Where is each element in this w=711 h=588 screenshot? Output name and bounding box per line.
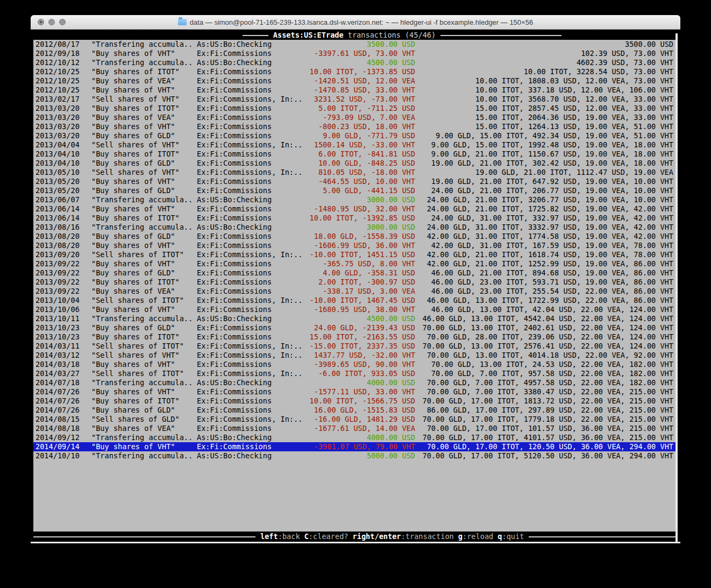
txn-description: "Buy shares of GLD" — [91, 131, 175, 140]
txn-description: "Buy shares of VEA" — [91, 76, 175, 86]
transaction-row[interactable]: 2014/07/26"Buy shares of VHT"Ex:Fi:Commi… — [33, 387, 676, 396]
transaction-row[interactable]: 2013/06/14"Buy shares of VHT"Ex:Fi:Commi… — [33, 204, 676, 214]
txn-balance: 15.00 ITOT, 2857.45 USD, 12.00 VEA, 33.0… — [421, 104, 673, 113]
help-item-g: g:reload — [458, 532, 493, 542]
transaction-row[interactable]: 2012/10/25"Buy shares of ITOT"Ex:Fi:Comm… — [33, 67, 676, 76]
txn-description: "Buy shares of VEA" — [91, 113, 175, 122]
transaction-row[interactable]: 2013/03/20"Buy shares of VHT"Ex:Fi:Commi… — [33, 122, 676, 131]
txn-balance: 70.00 GLD, 28.00 ITOT, 239.06 USD, 22.00… — [421, 332, 673, 342]
transaction-row[interactable]: 2013/03/20"Buy shares of GLD"Ex:Fi:Commi… — [33, 131, 676, 140]
transaction-row[interactable]: 2013/10/06"Buy shares of VHT"Ex:Fi:Commi… — [33, 305, 676, 314]
transaction-row[interactable]: 2013/04/04"Sell shares of VHT"Ex:Fi:Comm… — [33, 140, 676, 150]
txn-description: "Buy shares of VHT" — [91, 177, 175, 186]
transaction-row-selected[interactable]: 2014/09/14"Buy shares of VHT"Ex:Fi:Commi… — [33, 442, 676, 451]
txn-description: "Buy shares of GLD" — [91, 406, 175, 415]
transaction-row[interactable]: 2012/09/18"Buy shares of VHT"Ex:Fi:Commi… — [33, 49, 676, 58]
transaction-row[interactable]: 2013/09/22"Buy shares of VEA"Ex:Fi:Commi… — [33, 287, 676, 296]
txn-other-accounts: Ex:Fi:Commissions — [197, 214, 272, 223]
transaction-row[interactable]: 2013/06/07"Transfering accumula..As:US:B… — [33, 195, 676, 204]
txn-balance: 70.00 GLD, 17.00 ITOT, 5120.50 USD, 36.0… — [421, 451, 673, 461]
txn-date: 2014/03/12 — [35, 351, 80, 360]
help-item-left: left:back — [260, 532, 300, 542]
txn-balance: 70.00 GLD, 7.00 ITOT, 957.58 USD, 22.00 … — [421, 369, 673, 378]
txn-description: "Buy shares of VHT" — [91, 49, 175, 58]
transaction-row[interactable]: 2014/09/12"Transfering accumula..As:US:B… — [33, 433, 676, 442]
transaction-row[interactable]: 2013/09/20"Sell shares of ITOT"Ex:Fi:Com… — [33, 250, 676, 259]
transaction-row[interactable]: 2013/02/17"Sell shares of VHT"Ex:Fi:Comm… — [33, 95, 676, 104]
help-desc: :cleared? — [309, 532, 349, 541]
transaction-row[interactable]: 2014/03/18"Buy shares of VHT"Ex:Fi:Commi… — [33, 360, 676, 369]
transaction-row[interactable]: 2013/10/23"Buy shares of GLD"Ex:Fi:Commi… — [33, 323, 676, 332]
transaction-row[interactable]: 2013/09/22"Buy shares of GLD"Ex:Fi:Commi… — [33, 268, 676, 278]
txn-amount: 5000.00 USD — [265, 451, 415, 461]
txn-date: 2013/09/22 — [35, 278, 80, 287]
window-titlebar: data — simon@pool-71-165-239-133.lsanca.… — [31, 15, 680, 30]
transaction-row[interactable]: 2012/10/12"Transfering accumula..As:US:B… — [33, 58, 676, 67]
transaction-row[interactable]: 2013/08/20"Buy shares of VHT"Ex:Fi:Commi… — [33, 241, 676, 250]
transaction-row[interactable]: 2013/06/14"Buy shares of ITOT"Ex:Fi:Comm… — [33, 214, 676, 223]
transaction-row[interactable]: 2013/09/22"Buy shares of VHT"Ex:Fi:Commi… — [33, 259, 676, 268]
txn-amount: -1606.99 USD, 36.00 VHT — [265, 241, 415, 250]
txn-date: 2013/09/22 — [35, 287, 80, 296]
txn-other-accounts: Ex:Fi:Commissions — [197, 305, 272, 314]
transaction-row[interactable]: 2013/10/23"Buy shares of ITOT"Ex:Fi:Comm… — [33, 332, 676, 342]
txn-date: 2012/10/25 — [35, 67, 80, 76]
terminal-screen[interactable]: Assets:US:ETrade transactions (45/46) 20… — [31, 30, 680, 543]
txn-amount: 10.00 ITOT, -1566.75 USD — [265, 396, 415, 406]
txn-date: 2013/08/20 — [35, 241, 80, 250]
txn-amount: -365.75 USD, 8.00 VHT — [265, 259, 415, 268]
transaction-row[interactable]: 2013/09/22"Buy shares of ITOT"Ex:Fi:Comm… — [33, 278, 676, 287]
transaction-row[interactable]: 2014/10/10"Transfering accumula..As:US:B… — [33, 451, 676, 461]
txn-balance: 15.00 ITOT, 2064.36 USD, 19.00 VEA, 33.0… — [421, 113, 673, 122]
transaction-row[interactable]: 2013/04/10"Buy shares of ITOT"Ex:Fi:Comm… — [33, 150, 676, 159]
transaction-row[interactable]: 2014/03/12"Sell shares of VHT"Ex:Fi:Comm… — [33, 351, 676, 360]
txn-description: "Buy shares of VHT" — [91, 387, 175, 396]
minimize-button[interactable] — [48, 19, 55, 25]
txn-amount: -3397.61 USD, 73.00 VHT — [265, 49, 415, 58]
transaction-row[interactable]: 2014/08/18"Buy shares of VEA"Ex:Fi:Commi… — [33, 424, 676, 433]
transaction-row[interactable]: 2013/04/10"Buy shares of GLD"Ex:Fi:Commi… — [33, 159, 676, 168]
txn-amount: 24.00 GLD, -2139.43 USD — [265, 323, 415, 332]
txn-description: "Buy shares of VHT" — [91, 204, 175, 214]
transaction-row[interactable]: 2013/08/20"Buy shares of GLD"Ex:Fi:Commi… — [33, 232, 676, 241]
transaction-row[interactable]: 2013/03/20"Buy shares of VEA"Ex:Fi:Commi… — [33, 113, 676, 122]
txn-description: "Buy shares of ITOT" — [91, 396, 180, 406]
transaction-row[interactable]: 2013/03/20"Buy shares of ITOT"Ex:Fi:Comm… — [33, 104, 676, 113]
txn-description: "Sell shares of ITOT" — [91, 250, 184, 259]
transaction-row[interactable]: 2012/10/25"Buy shares of VEA"Ex:Fi:Commi… — [33, 76, 676, 86]
txn-balance: 46.00 GLD, 21.00 ITOT, 894.68 USD, 19.00… — [421, 268, 673, 278]
txn-other-accounts: Ex:Fi:Commissions — [197, 186, 272, 195]
txn-other-accounts: Ex:Fi:Commissions — [197, 76, 272, 86]
txn-other-accounts: Ex:Fi:Commissions — [197, 387, 272, 396]
txn-balance: 70.00 GLD, 17.00 ITOT, 101.57 USD, 36.00… — [421, 424, 673, 433]
transaction-row[interactable]: 2014/07/26"Buy shares of GLD"Ex:Fi:Commi… — [33, 406, 676, 415]
transaction-row[interactable]: 2014/03/27"Sell shares of ITOT"Ex:Fi:Com… — [33, 369, 676, 378]
transaction-row[interactable]: 2012/08/17"Transfering accumula..As:US:B… — [33, 40, 676, 49]
transaction-row[interactable]: 2014/08/15"Sell shares of GLD"Ex:Fi:Comm… — [33, 415, 676, 424]
transaction-row[interactable]: 2014/03/11"Sell shares of ITOT"Ex:Fi:Com… — [33, 342, 676, 351]
txn-balance: 42.00 GLD, 31.00 ITOT, 167.59 USD, 19.00… — [421, 241, 673, 250]
transaction-row[interactable]: 2012/10/25"Buy shares of VHT"Ex:Fi:Commi… — [33, 86, 676, 95]
transaction-row[interactable]: 2013/08/16"Transfering accumula..As:US:B… — [33, 223, 676, 232]
txn-date: 2013/06/14 — [35, 214, 80, 223]
txn-date: 2014/07/26 — [35, 396, 80, 406]
transaction-row[interactable]: 2013/10/11"Transfering accumula..As:US:B… — [33, 314, 676, 323]
txn-balance: 70.00 GLD, 13.00 ITOT, 4014.18 USD, 22.0… — [421, 351, 673, 360]
txn-balance: 70.00 GLD, 17.00 ITOT, 120.50 USD, 36.00… — [421, 442, 673, 451]
transaction-row[interactable]: 2013/05/20"Buy shares of VHT"Ex:Fi:Commi… — [33, 177, 676, 186]
transaction-row[interactable]: 2014/07/26"Buy shares of ITOT"Ex:Fi:Comm… — [33, 396, 676, 406]
txn-other-accounts: Ex:Fi:Commissions — [197, 122, 272, 131]
transaction-row[interactable]: 2014/07/18"Transfering accumula..As:US:B… — [33, 378, 676, 387]
close-button[interactable] — [38, 19, 44, 25]
zoom-button[interactable] — [59, 19, 66, 25]
txn-balance: 15.00 ITOT, 1264.13 USD, 19.00 VEA, 51.0… — [421, 122, 673, 131]
txn-date: 2013/03/20 — [35, 131, 80, 140]
txn-description: "Buy shares of ITOT" — [91, 332, 180, 342]
txn-amount: 1437.77 USD, -32.00 VHT — [265, 351, 415, 360]
txn-description: "Transfering accumula.. — [91, 314, 193, 323]
transaction-row[interactable]: 2013/05/10"Sell shares of VHT"Ex:Fi:Comm… — [33, 168, 676, 177]
txn-date: 2013/10/04 — [35, 296, 80, 305]
txn-balance: 70.00 GLD, 17.00 ITOT, 1779.18 USD, 22.0… — [421, 415, 673, 424]
transaction-row[interactable]: 2013/05/20"Buy shares of GLD"Ex:Fi:Commi… — [33, 186, 676, 195]
transaction-row[interactable]: 2013/10/04"Sell shares of ITOT"Ex:Fi:Com… — [33, 296, 676, 305]
